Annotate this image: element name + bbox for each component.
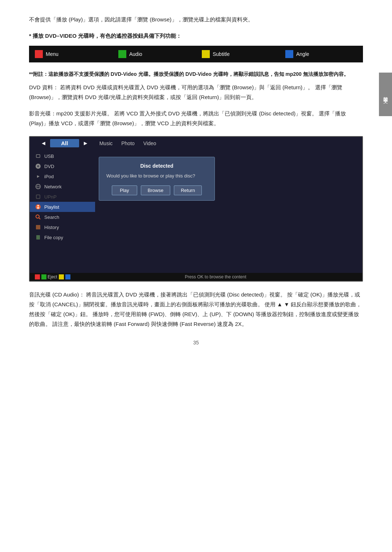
svg-rect-10 — [37, 207, 39, 208]
dialog-btn-return[interactable]: Return — [174, 185, 202, 195]
sidebar-item-label: UPnP — [44, 194, 57, 200]
disc-icon — [35, 163, 41, 169]
screenshot-box: ◄ All ► MusicPhotoVideo USBDVDiPodNetwor… — [29, 136, 363, 282]
dialog-buttons: PlayBrowseReturn — [106, 185, 207, 195]
sidebar-item-playlist[interactable]: Playlist — [30, 202, 95, 212]
screen-main: Disc detected Would you like to browse o… — [95, 150, 362, 273]
bottom-color-btn — [59, 274, 64, 279]
sidebar-item-label: Network — [44, 184, 62, 189]
color-bar-item: Angle — [279, 48, 363, 60]
dialog-body: Would you like to browse or play this di… — [106, 172, 207, 180]
topbar-tabs: MusicPhotoVideo — [99, 140, 156, 146]
sidebar-item-label: Playlist — [44, 204, 59, 210]
screen-bottombar: Eject Press OK to browse the content — [30, 273, 362, 281]
screen-sidebar: USBDVDiPodNetworkUPnPPlaylistSearchHisto… — [30, 150, 95, 273]
sidebar-item-search[interactable]: Search — [30, 212, 95, 222]
svg-line-13 — [39, 218, 40, 219]
page-number: 35 — [29, 340, 363, 345]
sidebar-item-label: Search — [44, 214, 59, 220]
bottom-color-btn[interactable]: Eject — [41, 274, 57, 279]
sidebar-item-filecopy[interactable]: File copy — [30, 232, 95, 242]
filecopy-icon — [35, 234, 41, 241]
paragraph-3: 影音光碟：mp200 支援影片光碟。 若將 VCD 置入外接式 DVD 光碟機，… — [29, 109, 363, 128]
search-icon — [35, 214, 41, 220]
svg-point-9 — [37, 205, 39, 207]
svg-rect-14 — [36, 225, 40, 229]
paragraph-2: DVD 資料： 若將資料 DVD 光碟或資料光碟置入 DVD 光碟機，可用的選項… — [29, 82, 363, 102]
sidebar-item-upnp: UPnP — [30, 192, 95, 202]
usb-icon — [35, 153, 41, 159]
bottom-color-btn — [65, 274, 70, 279]
sidebar-item-label: iPod — [44, 174, 54, 179]
sidebar-item-dvd[interactable]: DVD — [30, 161, 95, 171]
bottom-color-buttons: Eject — [35, 274, 70, 279]
topbar-tab[interactable]: Video — [143, 140, 156, 146]
svg-rect-0 — [36, 155, 40, 158]
sidebar-item-usb[interactable]: USB — [30, 151, 95, 161]
svg-point-12 — [36, 215, 39, 218]
bottom-color-btn — [35, 274, 40, 279]
sidebar-item-label: History — [44, 225, 59, 230]
topbar-left-arrow[interactable]: ◄ — [37, 140, 50, 147]
topbar-tab[interactable]: Photo — [121, 140, 135, 146]
svg-rect-15 — [36, 235, 40, 240]
paragraph-1: 不會提供「播放 (Play)」選項，因此請選擇「瀏覽 (Browse)」，瀏覽光… — [29, 15, 363, 24]
paragraph-4: 音訊光碟 (CD Audio)： 將音訊光碟置入 DVD 光碟機，接著將跳出「已… — [29, 290, 363, 329]
note2: **附註：這款播放器不支援受保護的 DVD-Video 光碟。播放受保護的 DV… — [29, 70, 363, 79]
dialog-btn-browse[interactable]: Browse — [141, 185, 170, 195]
upnp-icon — [35, 193, 41, 200]
svg-rect-11 — [37, 208, 39, 209]
side-label: 繁體中文 — [379, 73, 392, 116]
color-bar-row: MenuAudioSubtitleAngle — [29, 46, 363, 62]
sidebar-item-ipod[interactable]: iPod — [30, 171, 95, 181]
screen-topbar: ◄ All ► MusicPhotoVideo — [30, 137, 362, 150]
color-bar-item: Subtitle — [196, 48, 279, 60]
color-bar-item: Audio — [113, 48, 196, 60]
topbar-tab[interactable]: Music — [99, 140, 113, 146]
screen-content: USBDVDiPodNetworkUPnPPlaylistSearchHisto… — [30, 150, 362, 273]
bottombar-status-text: Press OK to browse the content — [74, 274, 357, 279]
ipod-icon — [35, 173, 41, 180]
history-icon — [35, 224, 41, 230]
topbar-right-arrow[interactable]: ► — [79, 140, 92, 147]
color-bar-item: Menu — [29, 48, 113, 60]
sidebar-item-label: USB — [44, 154, 54, 159]
svg-rect-7 — [36, 195, 40, 199]
sidebar-item-label: DVD — [44, 164, 54, 169]
sidebar-item-history[interactable]: History — [30, 222, 95, 232]
svg-point-3 — [38, 166, 38, 167]
playlist-icon — [35, 204, 41, 210]
network-icon — [35, 183, 41, 190]
sidebar-item-network[interactable]: Network — [30, 181, 95, 192]
dialog-btn-play[interactable]: Play — [112, 185, 137, 195]
dialog-title: Disc detected — [106, 163, 207, 169]
topbar-title: All — [50, 139, 79, 147]
dialog-box: Disc detected Would you like to browse o… — [99, 157, 215, 201]
note1: * 播放 DVD–VIDEO 光碟時，有色的遙控器按鈕具備下列功能： — [29, 31, 363, 41]
sidebar-item-label: File copy — [44, 235, 63, 240]
